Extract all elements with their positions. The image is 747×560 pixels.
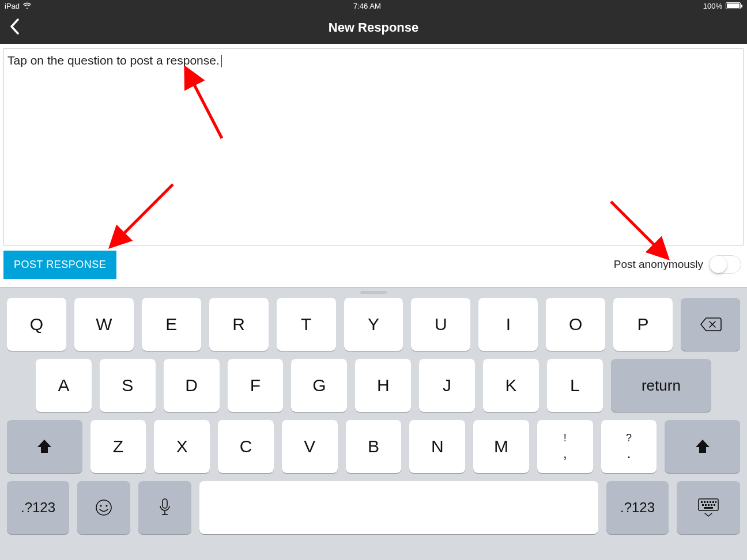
svg-rect-20 <box>714 504 715 506</box>
svg-rect-17 <box>705 504 707 506</box>
key-shift-left[interactable] <box>7 420 82 473</box>
key-emoji[interactable] <box>77 481 130 534</box>
key-space[interactable] <box>199 481 598 534</box>
key-y[interactable]: Y <box>344 298 403 351</box>
svg-rect-13 <box>710 501 711 503</box>
action-row: POST RESPONSE Post anonymously <box>0 245 747 283</box>
key-numbers-left[interactable]: .?123 <box>7 481 69 534</box>
key-d[interactable]: D <box>164 359 220 412</box>
keyboard-handle[interactable] <box>360 291 387 294</box>
key-period[interactable]: ?. <box>601 420 657 473</box>
key-numbers-right[interactable]: .?123 <box>606 481 669 534</box>
keyboard-row-4: .?123 .?123 <box>7 481 740 534</box>
keyboard-row-3: Z X C V B N M !, ?. <box>7 420 740 473</box>
key-l[interactable]: L <box>547 359 603 412</box>
onscreen-keyboard: Q W E R T Y U I O P A S D F G H J K L re… <box>0 287 747 560</box>
key-n[interactable]: N <box>409 420 465 473</box>
wifi-icon <box>23 2 31 10</box>
key-j[interactable]: J <box>419 359 475 412</box>
key-backspace[interactable] <box>681 298 740 351</box>
key-m[interactable]: M <box>473 420 529 473</box>
key-dictation[interactable] <box>138 481 191 534</box>
response-textarea[interactable]: Tap on the question to post a response. <box>3 48 744 245</box>
keyboard-row-1: Q W E R T Y U I O P <box>7 298 740 351</box>
key-w[interactable]: W <box>74 298 134 351</box>
key-x[interactable]: X <box>154 420 210 473</box>
key-h[interactable]: H <box>355 359 411 412</box>
response-text: Tap on the question to post a response. <box>7 54 220 67</box>
battery-percent: 100% <box>703 2 722 10</box>
svg-rect-19 <box>711 504 712 506</box>
key-u[interactable]: U <box>411 298 470 351</box>
svg-rect-18 <box>708 504 710 506</box>
key-comma[interactable]: !, <box>537 420 593 473</box>
key-v[interactable]: V <box>282 420 338 473</box>
post-anonymously-label: Post anonymously <box>614 258 703 271</box>
svg-rect-16 <box>702 504 704 506</box>
post-response-button[interactable]: POST RESPONSE <box>3 251 116 279</box>
svg-point-4 <box>100 505 101 506</box>
key-z[interactable]: Z <box>90 420 146 473</box>
key-q[interactable]: Q <box>7 298 66 351</box>
svg-rect-12 <box>707 501 708 503</box>
key-i[interactable]: I <box>478 298 538 351</box>
svg-point-3 <box>96 500 111 515</box>
svg-rect-6 <box>163 499 167 508</box>
back-button[interactable] <box>5 14 24 41</box>
key-e[interactable]: E <box>142 298 201 351</box>
key-o[interactable]: O <box>546 298 605 351</box>
svg-rect-21 <box>704 507 713 509</box>
key-b[interactable]: B <box>346 420 402 473</box>
key-hide-keyboard[interactable] <box>677 481 740 534</box>
key-p[interactable]: P <box>613 298 673 351</box>
text-cursor <box>221 55 222 67</box>
key-shift-right[interactable] <box>665 420 740 473</box>
post-anonymously-toggle[interactable] <box>709 255 741 274</box>
key-k[interactable]: K <box>483 359 539 412</box>
svg-rect-14 <box>712 501 714 503</box>
key-g[interactable]: G <box>291 359 347 412</box>
device-label: iPad <box>5 2 20 10</box>
key-return[interactable]: return <box>611 359 711 412</box>
key-a[interactable]: A <box>36 359 92 412</box>
page-title: New Response <box>0 20 747 35</box>
svg-point-5 <box>105 505 107 506</box>
battery-icon <box>726 2 742 9</box>
key-t[interactable]: T <box>277 298 336 351</box>
svg-rect-15 <box>715 501 716 503</box>
status-bar: iPad 7:46 AM 100% <box>0 0 747 12</box>
key-s[interactable]: S <box>100 359 156 412</box>
nav-bar: New Response <box>0 12 747 44</box>
svg-rect-11 <box>704 501 705 503</box>
svg-rect-10 <box>701 501 703 503</box>
clock: 7:46 AM <box>353 2 381 10</box>
key-r[interactable]: R <box>209 298 269 351</box>
key-c[interactable]: C <box>218 420 274 473</box>
key-f[interactable]: F <box>228 359 284 412</box>
keyboard-row-2: A S D F G H J K L return <box>7 359 740 412</box>
